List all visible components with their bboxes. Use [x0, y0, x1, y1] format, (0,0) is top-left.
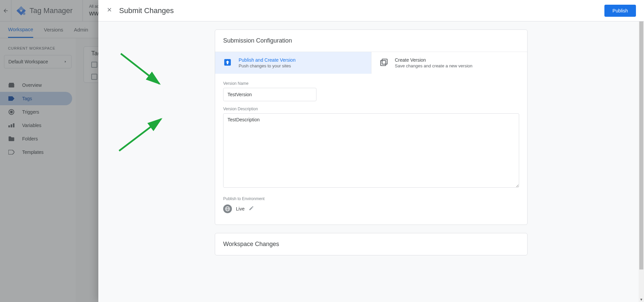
option-create-version[interactable]: Create Version Save changes and create a…: [371, 52, 528, 74]
edit-env-icon[interactable]: [249, 205, 254, 212]
publish-button[interactable]: Publish: [604, 5, 636, 17]
option-publish-and-create[interactable]: Publish and Create Version Push changes …: [215, 52, 371, 74]
environment-row: Live: [223, 203, 519, 221]
option-subtitle: Push changes to your sites: [239, 63, 296, 68]
version-icon: [380, 58, 388, 68]
workspace-changes-card: Workspace Changes: [215, 233, 528, 255]
form-section: Version Name Version Description Publish…: [215, 74, 527, 225]
option-subtitle: Save changes and create a new version: [395, 63, 473, 68]
version-name-label: Version Name: [223, 81, 519, 86]
submission-config-card: Submission Configuration Publish and Cre…: [215, 29, 528, 225]
version-desc-label: Version Description: [223, 107, 519, 111]
panel-body: Submission Configuration Publish and Cre…: [98, 21, 644, 302]
env-globe-icon: [223, 204, 232, 213]
scrollbar-thumb[interactable]: [639, 21, 643, 269]
version-desc-input[interactable]: [223, 113, 519, 188]
publish-env-label: Publish to Environment: [223, 196, 519, 201]
close-icon[interactable]: [106, 7, 112, 14]
scroll-down-icon[interactable]: ▼: [639, 297, 644, 302]
svg-rect-11: [381, 60, 386, 65]
vertical-scrollbar[interactable]: ▲ ▼: [639, 21, 644, 302]
option-title: Publish and Create Version: [239, 57, 296, 63]
panel-header: Submit Changes Publish: [98, 0, 644, 21]
card-title: Workspace Changes: [215, 233, 527, 255]
option-title: Create Version: [395, 57, 473, 63]
config-options: Publish and Create Version Push changes …: [215, 52, 527, 74]
card-title: Submission Configuration: [215, 30, 527, 52]
env-name: Live: [236, 206, 245, 212]
svg-rect-12: [382, 59, 387, 64]
panel-title: Submit Changes: [119, 6, 604, 15]
version-name-input[interactable]: [223, 88, 316, 101]
submit-changes-panel: Submit Changes Publish Submission Config…: [98, 0, 644, 302]
publish-icon: [223, 58, 232, 68]
